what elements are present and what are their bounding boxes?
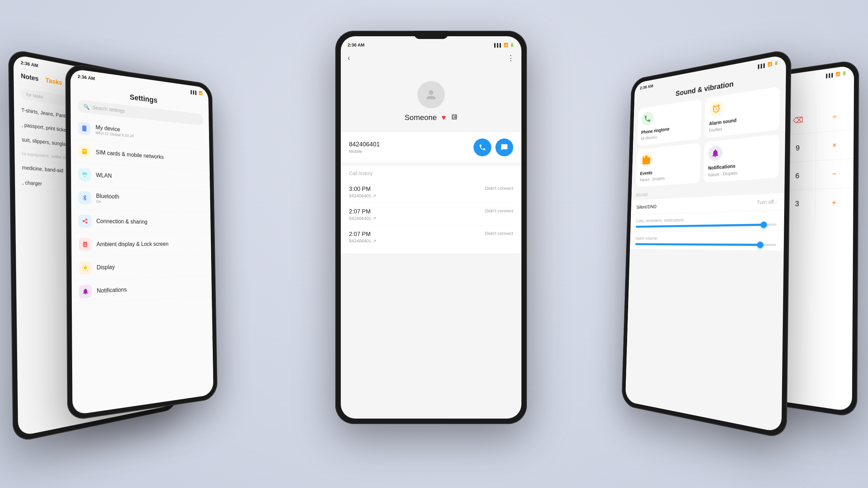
alarm-slider-track[interactable] (635, 243, 777, 246)
svg-rect-0 (82, 125, 86, 131)
call-screen: 2:36 AM ▌▌▌ 📶 🔋 ‹ ⋮ Someone ♥ (341, 36, 521, 419)
signal-right: ▌▌▌ (758, 63, 766, 69)
call-history-title: Call history (349, 171, 513, 176)
time-center: 2:36 AM (348, 42, 364, 48)
sound-screen: 2:36 AM ▌▌▌ 📶 🔋 Sound & vibration Phone … (625, 54, 786, 433)
phone-number-section: 842406401 Mobile (341, 132, 521, 162)
call-history-section: Call history 3:00 PM 842406401 ↗ Didn't … (341, 166, 521, 253)
contact-section: Someone ♥ (341, 67, 521, 132)
wifi-right: 📶 (767, 62, 773, 67)
battery-right: 🔋 (774, 60, 779, 66)
contact-name: Someone (404, 113, 437, 122)
call-entry-row: 2:07 PM 842406401 ↗ Didn't connect (349, 231, 513, 243)
tab-notes[interactable]: Notes (21, 72, 39, 83)
phone-type: Mobile (349, 149, 380, 154)
sound-card-events[interactable]: Events Nature - Droplets (636, 143, 701, 187)
signal-center: ▌▌▌ (494, 43, 502, 47)
events-icon (640, 153, 652, 168)
settings-item-notifications[interactable]: Notifications (72, 276, 212, 304)
wifi-center: 📶 (504, 43, 508, 47)
sim-icon (78, 145, 91, 158)
calls-slider-label: Calls, reminders, notifications (636, 215, 777, 223)
battery-center: 🔋 (510, 43, 515, 47)
calc-btn-minus[interactable]: − (816, 159, 854, 189)
call-time: 2:07 PM (349, 208, 376, 215)
bluetooth-text: Bluetooth On (96, 193, 119, 204)
phone-number-row: 842406401 Mobile (349, 139, 513, 156)
action-buttons (474, 139, 513, 156)
settings-screen: 2:36 AM ▌▌▌ 📶 Settings 🔍 Search settings… (70, 68, 213, 415)
calls-slider-track[interactable] (636, 223, 777, 227)
search-placeholder: Search settings (92, 105, 125, 114)
call-entry-row: 2:07 PM 842406401 ↗ Didn't connect (349, 208, 513, 221)
call-button[interactable] (474, 139, 491, 156)
wifi-calc: 📶 (835, 71, 840, 77)
phone-right-sound: 2:36 AM ▌▌▌ 📶 🔋 Sound & vibration Phone … (621, 48, 791, 439)
back-button[interactable]: ‹ (348, 54, 350, 63)
contact-avatar (417, 81, 445, 108)
notifications-icon (79, 285, 92, 298)
more-button[interactable]: ⋮ (507, 54, 515, 63)
alarm-slider-fill (635, 243, 760, 246)
edit-icon[interactable] (451, 114, 458, 122)
message-button[interactable] (495, 139, 513, 156)
contact-name-row: Someone ♥ (404, 113, 457, 122)
search-placeholder: for tasks (26, 92, 43, 100)
settings-item-connection[interactable]: Connection & sharing (71, 209, 211, 234)
heart-icon[interactable]: ♥ (442, 113, 446, 122)
call-entry-3[interactable]: 2:07 PM 842406401 ↗ Didn't connect (349, 226, 513, 249)
status-icons-settings: ▌▌▌ 📶 (191, 90, 203, 95)
alarm-slider-thumb[interactable] (757, 241, 763, 248)
battery-calc: 🔋 (842, 70, 847, 76)
calc-btn-divide[interactable]: ÷ (816, 101, 854, 132)
tab-tasks[interactable]: Tasks (46, 77, 62, 87)
call-entry-row: 3:00 PM 842406401 ↗ Didn't connect (349, 186, 513, 198)
notch (414, 31, 448, 39)
svg-line-7 (85, 221, 86, 222)
call-info: 2:07 PM 842406401 ↗ (349, 231, 376, 243)
dnd-label: Silent/DND (636, 203, 657, 210)
signal-settings: ▌▌▌ (191, 90, 197, 95)
svg-rect-8 (83, 242, 87, 247)
call-time: 2:07 PM (349, 231, 376, 238)
call-header: ‹ ⋮ (341, 49, 521, 67)
settings-item-ambient[interactable]: Ambient display & Lock screen (72, 233, 211, 256)
signal-calc: ▌▌▌ (826, 72, 834, 78)
search-icon: 🔍 (83, 104, 90, 110)
alarm-slider-label: Alarm volume (635, 235, 777, 241)
call-entry-2[interactable]: 2:07 PM 842406401 ↗ Didn't connect (349, 203, 513, 226)
call-number: 842406401 ↗ (349, 238, 376, 243)
chevron-right-icon: › (775, 199, 777, 205)
phone-number-info: 842406401 Mobile (349, 141, 380, 154)
alarm-icon (709, 100, 723, 117)
svg-point-4 (86, 219, 87, 220)
mydevice-text: My device MIUI 11 Global 9.10.24 (95, 124, 133, 138)
sound-card-notifications[interactable]: Notifications Nature - Droplets (703, 134, 779, 183)
call-status: Didn't connect (485, 186, 513, 191)
calc-btn-plus[interactable]: + (815, 188, 853, 217)
notifications-sound-icon (708, 145, 723, 161)
call-info: 3:00 PM 842406401 ↗ (349, 186, 376, 198)
svg-line-6 (85, 220, 86, 221)
status-icons-center: ▌▌▌ 📶 🔋 (494, 43, 515, 47)
dnd-value: Turn off (757, 199, 774, 205)
time-settings: 2:36 AM (78, 74, 95, 81)
calls-slider-thumb[interactable] (761, 221, 767, 228)
status-icons-calc: ▌▌▌ 📶 🔋 (826, 70, 847, 78)
calc-btn-multiply[interactable]: × (816, 130, 854, 161)
bluetooth-icon (78, 191, 91, 205)
phone-settings: 2:36 AM ▌▌▌ 📶 Settings 🔍 Search settings… (65, 63, 218, 421)
svg-rect-2 (83, 150, 86, 151)
alarm-slider-row: Alarm volume (630, 231, 784, 251)
call-number: 842406401 ↗ (349, 193, 376, 198)
phone-center-call: 2:36 AM ▌▌▌ 📶 🔋 ‹ ⋮ Someone ♥ (335, 31, 527, 424)
svg-rect-9 (84, 245, 86, 246)
phones-container: 2:36 AM ▌▌▌ 📶 Notes Tasks ⋮ for tasks T-… (0, 0, 868, 488)
calls-slider-fill (636, 224, 764, 228)
call-info: 2:07 PM 842406401 ↗ (349, 208, 376, 221)
mydevice-icon (78, 121, 91, 135)
connection-icon (78, 214, 91, 227)
svg-point-5 (86, 222, 87, 223)
ambient-icon (79, 238, 92, 251)
call-entry-1[interactable]: 3:00 PM 842406401 ↗ Didn't connect (349, 181, 513, 203)
